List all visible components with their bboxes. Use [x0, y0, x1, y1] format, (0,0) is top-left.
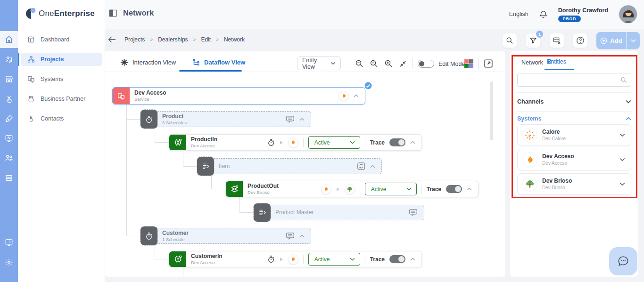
- node-product[interactable]: Product 3 Schedules: [140, 111, 311, 127]
- rail-user-sync-icon[interactable]: [0, 51, 18, 68]
- node-title: Product: [162, 113, 187, 120]
- breadcrumb-item[interactable]: Projects: [124, 36, 145, 43]
- status-value: Active: [314, 139, 330, 146]
- clear-filters-icon: [553, 37, 561, 44]
- rail-settings-icon[interactable]: [0, 254, 18, 271]
- panel-tab-entities[interactable]: Entities: [547, 58, 566, 65]
- add-button[interactable]: Add: [596, 32, 626, 49]
- avatar[interactable]: [619, 5, 637, 24]
- dashboard-icon: [27, 36, 35, 43]
- search-button[interactable]: [502, 33, 517, 48]
- filter-button[interactable]: 1: [526, 33, 541, 48]
- sync-icon[interactable]: [357, 162, 365, 170]
- chevron-up-icon[interactable]: [410, 141, 415, 144]
- chevron-up-icon[interactable]: [299, 118, 305, 121]
- status-select[interactable]: Active: [365, 183, 417, 195]
- system-card-dev-acceso[interactable]: Dev Acceso Dev Acceso: [517, 149, 631, 170]
- chevron-up-icon[interactable]: [467, 187, 472, 191]
- language-selector[interactable]: English: [509, 11, 528, 17]
- search-icon[interactable]: [620, 77, 631, 83]
- node-product-out[interactable]: ProductOut Dev Brioso Active Trace: [225, 181, 479, 197]
- breadcrumb-item[interactable]: Network: [224, 36, 245, 43]
- trace-toggle[interactable]: [389, 138, 405, 146]
- user-info[interactable]: Dorothy Crawford PROD: [558, 7, 608, 22]
- system-description: Dev Brioso: [542, 185, 572, 191]
- system-name: Dev Acceso: [542, 153, 574, 161]
- back-arrow-icon[interactable]: [108, 36, 116, 43]
- chevron-down-icon[interactable]: [619, 182, 625, 186]
- node-customer-in[interactable]: CustomerIn Dev Acceso Active Trace: [169, 251, 422, 267]
- panel-divider: [517, 92, 631, 93]
- node-product-master[interactable]: Product Master: [254, 205, 424, 220]
- sidebar-toggle-icon[interactable]: [109, 9, 117, 17]
- connector-line: [126, 105, 127, 236]
- rail-tap-icon[interactable]: [0, 90, 18, 107]
- process-chip-icon: [226, 181, 243, 197]
- chevron-up-icon[interactable]: [410, 258, 415, 261]
- canvas-scrollbar[interactable]: [490, 81, 493, 140]
- section-systems[interactable]: Systems: [517, 113, 631, 124]
- rail-people-icon[interactable]: [0, 150, 18, 167]
- toolbar-divider: [412, 58, 413, 69]
- contacts-icon: [27, 115, 35, 122]
- connector-line: [183, 267, 183, 277]
- system-card-calore[interactable]: e Calore Dev Calore: [517, 124, 631, 146]
- status-select[interactable]: Active: [308, 136, 360, 149]
- notifications-bell-icon[interactable]: [539, 10, 548, 19]
- flame-system-icon: [288, 254, 298, 265]
- connector-line: [155, 127, 155, 142]
- trace-toggle[interactable]: [389, 255, 405, 263]
- rail-stack-icon[interactable]: [0, 169, 18, 186]
- zoom-out-icon[interactable]: [370, 59, 378, 68]
- comment-icon[interactable]: [409, 209, 418, 217]
- panel-search-input[interactable]: [518, 73, 620, 86]
- sidebar-item-business-partner[interactable]: Business Partner: [21, 92, 102, 105]
- add-dropdown-button[interactable]: [626, 32, 640, 49]
- breadcrumb-item[interactable]: Edit: [201, 36, 211, 43]
- node-customer[interactable]: Customer 1 Schedule: [140, 228, 311, 244]
- sidebar: OneEnterprise Dashboard Projects Systems…: [18, 0, 105, 282]
- chevron-up-icon[interactable]: [370, 165, 375, 168]
- rail-monitor-apps-icon[interactable]: [0, 234, 18, 251]
- tab-dataflow-view[interactable]: Dataflow View: [192, 58, 245, 66]
- connector-line: [126, 236, 140, 236]
- legend-grid-icon[interactable]: [464, 59, 473, 68]
- svg-text:e: e: [528, 132, 531, 139]
- status-select[interactable]: Active: [308, 253, 360, 266]
- section-channels[interactable]: Channels: [517, 95, 631, 108]
- zoom-in-icon[interactable]: [384, 59, 393, 68]
- clear-filters-button[interactable]: [549, 33, 564, 48]
- rail-brush-icon[interactable]: [0, 110, 18, 127]
- help-button[interactable]: [573, 33, 588, 48]
- edit-mode-toggle[interactable]: [418, 60, 434, 68]
- comment-icon[interactable]: [286, 115, 295, 123]
- system-card-dev-brioso[interactable]: Dev Brioso Dev Brioso: [517, 173, 631, 195]
- sidebar-item-projects[interactable]: Projects: [21, 53, 102, 66]
- node-dev-acceso[interactable]: Dev Acceso Service: [112, 87, 365, 105]
- dataflow-view-icon: [192, 58, 200, 66]
- zoom-fit-icon[interactable]: [355, 59, 363, 68]
- open-fullscreen-icon[interactable]: [484, 59, 493, 68]
- tab-interaction-view[interactable]: Interaction View: [120, 58, 176, 66]
- node-item[interactable]: Item: [197, 158, 382, 174]
- node-product-in[interactable]: ProductIn Dev Acceso Active Trace: [169, 134, 422, 151]
- chevron-up-icon[interactable]: [299, 234, 305, 238]
- sidebar-item-systems[interactable]: Systems: [21, 73, 102, 86]
- panel-tab-network[interactable]: Network: [521, 59, 543, 66]
- sidebar-item-dashboard[interactable]: Dashboard: [21, 33, 102, 46]
- breadcrumb-item[interactable]: Dealerships: [158, 36, 188, 43]
- rail-home-icon[interactable]: [0, 31, 18, 48]
- chevron-up-icon[interactable]: [354, 94, 359, 97]
- rail-monitor-pulse-icon[interactable]: [0, 130, 18, 147]
- chat-button[interactable]: [609, 247, 637, 275]
- collapse-all-icon[interactable]: [399, 60, 407, 68]
- chevron-down-icon: [406, 187, 412, 191]
- rail-store-icon[interactable]: [0, 71, 18, 88]
- chevron-down-icon[interactable]: [619, 158, 625, 161]
- chevron-down-icon[interactable]: [619, 133, 625, 137]
- entity-view-select[interactable]: Entity View: [297, 56, 341, 70]
- process-chip-icon: [169, 135, 186, 150]
- comment-icon[interactable]: [286, 232, 295, 240]
- sidebar-item-contacts[interactable]: Contacts: [21, 112, 102, 125]
- trace-toggle[interactable]: [446, 185, 462, 193]
